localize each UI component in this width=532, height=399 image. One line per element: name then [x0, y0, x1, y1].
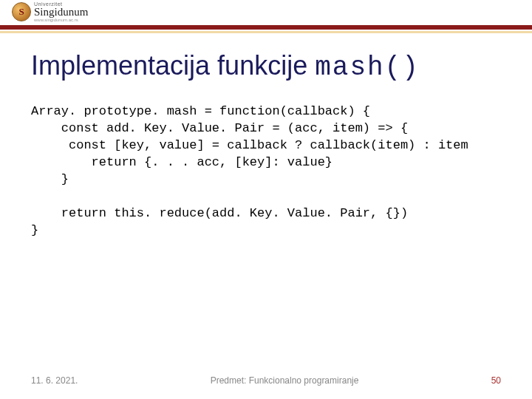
footer-date: 11. 6. 2021.	[31, 375, 78, 386]
code-line: Array. prototype. mash = function(callba…	[31, 104, 370, 118]
footer-page-number: 50	[491, 375, 501, 386]
code-line: }	[31, 223, 38, 237]
code-block: Array. prototype. mash = function(callba…	[31, 103, 517, 239]
logo-university-name: Singidunum	[34, 7, 88, 18]
logo-letter: S	[18, 6, 24, 18]
code-line: return this. reduce(add. Key. Value. Pai…	[31, 206, 408, 220]
university-logo: S Univerzitet Singidunum www.singidunum.…	[12, 1, 88, 22]
code-line: }	[31, 172, 69, 186]
logo-emblem: S	[12, 2, 31, 21]
slide-title: Implementacija funkcije mash()	[31, 50, 420, 83]
title-prefix: Implementacija funkcije	[31, 50, 315, 81]
title-function-name: mash()	[315, 52, 420, 83]
logo-url: www.singidunum.ac.rs	[34, 18, 88, 22]
code-line: return {. . . acc, [key]: value}	[31, 155, 332, 169]
slide-footer: 11. 6. 2021. Predmet: Funkcionalno progr…	[0, 375, 532, 386]
code-line: const add. Key. Value. Pair = (acc, item…	[31, 121, 408, 135]
footer-subject: Predmet: Funkcionalno programiranje	[211, 375, 359, 386]
code-line: const [key, value] = callback ? callback…	[31, 138, 468, 152]
header-accent-bar	[0, 25, 532, 30]
logo-text-block: Univerzitet Singidunum www.singidunum.ac…	[34, 1, 88, 22]
